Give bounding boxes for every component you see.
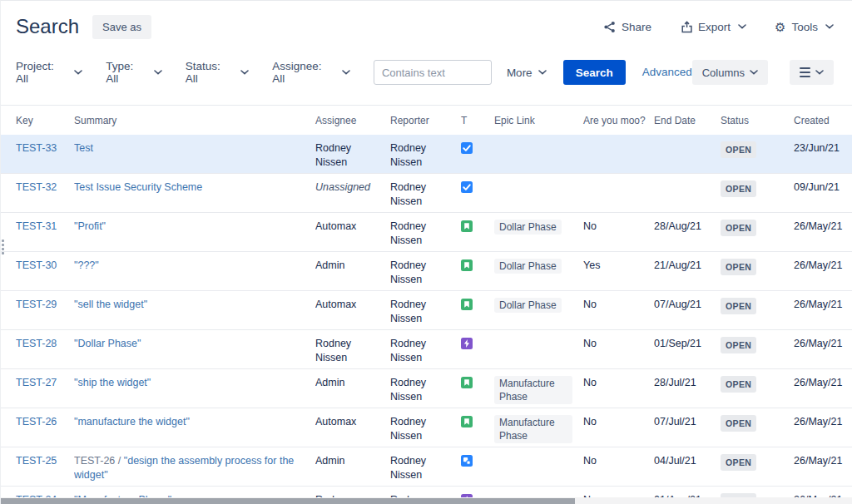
table-row[interactable]: TEST-32Test Issue Security SchemeUnassig… [1, 174, 852, 213]
are-you-moo-cell: No [583, 408, 654, 447]
summary-cell: Test [74, 135, 315, 173]
status-cell: OPEN [721, 135, 794, 173]
are-you-moo-cell: No [583, 213, 654, 251]
search-button[interactable]: Search [563, 60, 626, 85]
column-header-key[interactable]: Key [16, 115, 74, 126]
column-header-type[interactable]: T [461, 115, 494, 126]
issue-summary-link[interactable]: "???" [74, 259, 99, 271]
issue-key-link[interactable]: TEST-29 [16, 299, 57, 310]
reporter-cell: Rodney Nissen [390, 135, 461, 173]
table-row[interactable]: TEST-31"Profit"AutomaxRodney NissenDolla… [1, 213, 852, 252]
export-label: Export [698, 21, 731, 33]
issue-summary-link[interactable]: "ship the widget" [74, 377, 151, 388]
assignee-filter-dropdown[interactable]: Assignee: All [272, 60, 350, 85]
epic-link-chip[interactable]: Dollar Phase [494, 259, 562, 274]
end-date-cell: 04/Jul/21 [654, 447, 721, 486]
contains-text-input[interactable] [374, 60, 492, 85]
assignee-cell: Admin [315, 252, 390, 290]
export-button[interactable]: Export [680, 21, 746, 33]
share-button[interactable]: Share [603, 21, 651, 33]
save-as-button[interactable]: Save as [92, 15, 151, 39]
are-you-moo-value: No [583, 299, 597, 310]
column-header-are-you-moo[interactable]: Are you moo? [583, 115, 654, 126]
horizontal-scrollbar[interactable] [1, 497, 852, 504]
assignee-cell: Automax [315, 213, 390, 251]
status-lozenge: OPEN [721, 454, 756, 471]
assignee-name: Admin [315, 259, 344, 271]
chevron-down-icon [240, 70, 249, 75]
epic-link-cell: Manufacture Phase [494, 369, 583, 408]
issue-summary-link[interactable]: "manufacture the widget" [74, 416, 190, 427]
status-cell: OPEN [721, 330, 794, 368]
issue-key-link[interactable]: TEST-33 [16, 142, 57, 154]
columns-button[interactable]: Columns [692, 60, 768, 85]
are-you-moo-value: No [583, 220, 597, 232]
column-header-summary[interactable]: Summary [74, 115, 315, 126]
epic-link-chip[interactable]: Manufacture Phase [494, 376, 572, 404]
reporter-name: Rodney Nissen [390, 220, 426, 246]
parent-issue-key[interactable]: TEST-26 / [74, 455, 124, 467]
type-filter-dropdown[interactable]: Type: All [106, 60, 162, 85]
row-drag-handle-icon[interactable] [2, 240, 4, 254]
issue-key-link[interactable]: TEST-25 [16, 455, 57, 467]
are-you-moo-cell: No [583, 330, 654, 368]
tools-button[interactable]: ⚙ Tools [775, 21, 834, 33]
are-you-moo-value: No [583, 338, 597, 349]
issue-key-link[interactable]: TEST-32 [16, 181, 57, 193]
table-row[interactable]: TEST-25TEST-26 / "design the assembly pr… [1, 447, 852, 487]
column-header-reporter[interactable]: Reporter [390, 115, 461, 126]
epic-link-chip[interactable]: Dollar Phase [494, 220, 562, 235]
end-date-value: 07/Aug/21 [654, 299, 701, 310]
key-cell: TEST-28 [16, 330, 74, 368]
scrollbar-thumb[interactable] [1, 498, 575, 504]
summary-cell: "sell the widget" [74, 291, 315, 329]
issue-summary-link[interactable]: Test [74, 142, 93, 154]
table-row[interactable]: TEST-30"???"AdminRodney NissenDollar Pha… [1, 252, 852, 291]
table-row[interactable]: TEST-28"Dollar Phase"Rodney NissenRodney… [1, 330, 852, 369]
issue-key-link[interactable]: TEST-26 [16, 416, 57, 427]
created-cell: 26/May/21 [794, 330, 844, 368]
issue-summary-link[interactable]: "sell the widget" [74, 299, 147, 310]
chevron-down-icon [825, 24, 834, 29]
issue-key-link[interactable]: TEST-28 [16, 338, 57, 349]
issue-summary-link[interactable]: "Profit" [74, 220, 106, 232]
issue-navigator: Search Save as Share Export ⚙ Tools [0, 0, 852, 504]
table-row[interactable]: TEST-26"manufacture the widget"AutomaxRo… [1, 408, 852, 447]
created-cell: 26/May/21 [794, 369, 844, 408]
created-cell: 26/May/21 [794, 447, 844, 486]
issue-key-link[interactable]: TEST-27 [16, 377, 57, 388]
assignee-name: Automax [315, 220, 356, 232]
table-row[interactable]: TEST-27"ship the widget"AdminRodney Niss… [1, 369, 852, 408]
more-filters-dropdown[interactable]: More [507, 60, 547, 85]
issue-key-link[interactable]: TEST-31 [16, 220, 57, 232]
chevron-down-icon [538, 70, 547, 75]
story-type-icon [461, 259, 473, 271]
created-cell: 26/May/21 [794, 252, 844, 290]
view-controls: Columns [692, 60, 834, 85]
issue-summary-link[interactable]: "Dollar Phase" [74, 338, 141, 349]
column-header-end-date[interactable]: End Date [654, 115, 721, 126]
column-header-created[interactable]: Created [794, 115, 844, 126]
status-cell: OPEN [721, 213, 794, 251]
reporter-cell: Rodney Nissen [390, 252, 461, 290]
more-filters-label: More [507, 67, 532, 79]
issue-key-link[interactable]: TEST-30 [16, 259, 57, 271]
project-filter-dropdown[interactable]: Project: All [16, 60, 82, 85]
project-filter-label: Project: All [16, 60, 68, 85]
are-you-moo-cell [583, 174, 654, 212]
epic-link-chip[interactable]: Manufacture Phase [494, 415, 572, 443]
table-row[interactable]: TEST-29"sell the widget"AutomaxRodney Ni… [1, 291, 852, 330]
advanced-link[interactable]: Advanced [642, 60, 692, 85]
issue-summary-link[interactable]: Test Issue Security Scheme [74, 181, 202, 193]
table-row[interactable]: TEST-33TestRodney NissenRodney NissenOPE… [1, 135, 852, 174]
views-menu-button[interactable] [790, 60, 834, 85]
reporter-name: Rodney Nissen [390, 416, 426, 442]
column-header-assignee[interactable]: Assignee [315, 115, 390, 126]
epic-link-cell: Dollar Phase [494, 252, 583, 290]
are-you-moo-cell: No [583, 291, 654, 329]
epic-link-chip[interactable]: Dollar Phase [494, 298, 562, 313]
column-header-status[interactable]: Status [721, 115, 794, 126]
status-filter-dropdown[interactable]: Status: All [186, 60, 250, 85]
column-header-epic-link[interactable]: Epic Link [494, 115, 583, 126]
summary-cell: "Dollar Phase" [74, 330, 315, 368]
